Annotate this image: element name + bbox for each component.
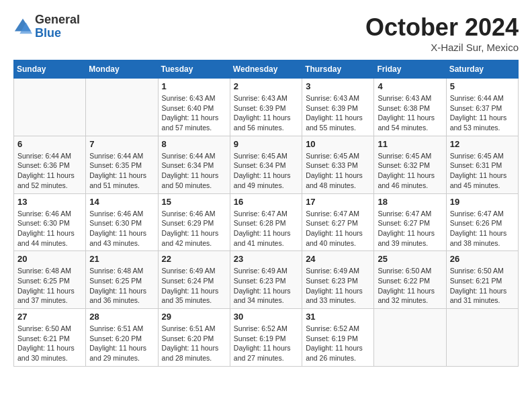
day-number: 9 [234,139,298,149]
calendar-cell: 9Sunrise: 6:45 AMSunset: 6:34 PMDaylight… [230,136,302,193]
location-text: X-Hazil Sur, Mexico [365,42,519,53]
cell-content: Sunrise: 6:45 AMSunset: 6:31 PMDaylight:… [450,151,515,191]
cell-content: Sunrise: 6:44 AMSunset: 6:35 PMDaylight:… [89,151,154,191]
cell-content: Sunrise: 6:49 AMSunset: 6:24 PMDaylight:… [162,266,226,306]
day-number: 7 [89,139,154,149]
day-number: 21 [89,254,154,264]
cell-content: Sunrise: 6:45 AMSunset: 6:32 PMDaylight:… [378,151,442,191]
cell-content: Sunrise: 6:50 AMSunset: 6:21 PMDaylight:… [17,324,82,363]
day-header-friday: Friday [374,60,446,79]
calendar-cell: 20Sunrise: 6:48 AMSunset: 6:25 PMDayligh… [14,251,86,309]
cell-content: Sunrise: 6:49 AMSunset: 6:23 PMDaylight:… [234,266,298,306]
cell-content: Sunrise: 6:51 AMSunset: 6:20 PMDaylight:… [89,324,154,363]
cell-content: Sunrise: 6:44 AMSunset: 6:34 PMDaylight:… [162,151,226,191]
calendar-cell [14,79,86,136]
calendar-cell: 10Sunrise: 6:45 AMSunset: 6:33 PMDayligh… [302,136,374,193]
day-number: 15 [162,197,226,207]
cell-content: Sunrise: 6:51 AMSunset: 6:20 PMDaylight:… [162,324,226,363]
calendar-table: SundayMondayTuesdayWednesdayThursdayFrid… [13,60,519,367]
calendar-cell: 7Sunrise: 6:44 AMSunset: 6:35 PMDaylight… [86,136,158,193]
cell-content: Sunrise: 6:45 AMSunset: 6:34 PMDaylight:… [234,151,298,191]
week-row-4: 20Sunrise: 6:48 AMSunset: 6:25 PMDayligh… [14,251,519,309]
cell-content: Sunrise: 6:47 AMSunset: 6:26 PMDaylight:… [450,209,515,248]
calendar-cell: 2Sunrise: 6:43 AMSunset: 6:39 PMDaylight… [230,79,302,136]
calendar-cell [86,79,158,136]
day-number: 28 [89,312,154,322]
calendar-cell: 24Sunrise: 6:49 AMSunset: 6:23 PMDayligh… [302,251,374,309]
week-row-1: 1Sunrise: 6:43 AMSunset: 6:40 PMDaylight… [14,79,519,136]
calendar-cell: 27Sunrise: 6:50 AMSunset: 6:21 PMDayligh… [14,309,86,367]
calendar-cell: 19Sunrise: 6:47 AMSunset: 6:26 PMDayligh… [446,193,518,251]
calendar-cell: 17Sunrise: 6:47 AMSunset: 6:27 PMDayligh… [302,193,374,251]
day-header-sunday: Sunday [14,60,86,79]
day-number: 6 [17,139,82,149]
logo: General Blue [13,13,80,40]
logo-icon [13,17,32,36]
cell-content: Sunrise: 6:50 AMSunset: 6:21 PMDaylight:… [450,266,515,306]
calendar-header-row: SundayMondayTuesdayWednesdayThursdayFrid… [14,60,519,79]
cell-content: Sunrise: 6:43 AMSunset: 6:39 PMDaylight:… [306,93,370,133]
title-block: October 2024 X-Hazil Sur, Mexico [365,13,519,53]
day-number: 31 [306,312,370,322]
calendar-cell: 16Sunrise: 6:47 AMSunset: 6:28 PMDayligh… [230,193,302,251]
cell-content: Sunrise: 6:49 AMSunset: 6:23 PMDaylight:… [306,266,370,306]
calendar-cell: 13Sunrise: 6:46 AMSunset: 6:30 PMDayligh… [14,193,86,251]
day-header-thursday: Thursday [302,60,374,79]
calendar-cell: 25Sunrise: 6:50 AMSunset: 6:22 PMDayligh… [374,251,446,309]
logo-blue-text: Blue [35,26,61,40]
day-number: 14 [89,197,154,207]
cell-content: Sunrise: 6:46 AMSunset: 6:29 PMDaylight:… [162,209,226,248]
day-number: 16 [234,197,298,207]
calendar-cell: 8Sunrise: 6:44 AMSunset: 6:34 PMDaylight… [158,136,230,193]
calendar-cell: 29Sunrise: 6:51 AMSunset: 6:20 PMDayligh… [158,309,230,367]
day-number: 24 [306,254,370,264]
day-number: 22 [162,254,226,264]
calendar-cell: 26Sunrise: 6:50 AMSunset: 6:21 PMDayligh… [446,251,518,309]
logo-general-text: General [35,13,80,26]
cell-content: Sunrise: 6:48 AMSunset: 6:25 PMDaylight:… [89,266,154,306]
calendar-cell: 31Sunrise: 6:52 AMSunset: 6:19 PMDayligh… [302,309,374,367]
calendar-cell: 11Sunrise: 6:45 AMSunset: 6:32 PMDayligh… [374,136,446,193]
calendar-cell: 21Sunrise: 6:48 AMSunset: 6:25 PMDayligh… [86,251,158,309]
day-number: 20 [17,254,82,264]
cell-content: Sunrise: 6:50 AMSunset: 6:22 PMDaylight:… [378,266,442,306]
week-row-5: 27Sunrise: 6:50 AMSunset: 6:21 PMDayligh… [14,309,519,367]
cell-content: Sunrise: 6:45 AMSunset: 6:33 PMDaylight:… [306,151,370,191]
calendar-cell: 30Sunrise: 6:52 AMSunset: 6:19 PMDayligh… [230,309,302,367]
cell-content: Sunrise: 6:47 AMSunset: 6:27 PMDaylight:… [306,209,370,248]
day-header-saturday: Saturday [446,60,518,79]
month-title: October 2024 [365,13,519,42]
cell-content: Sunrise: 6:44 AMSunset: 6:36 PMDaylight:… [17,151,82,191]
day-number: 19 [450,197,515,207]
calendar-cell: 6Sunrise: 6:44 AMSunset: 6:36 PMDaylight… [14,136,86,193]
calendar-cell: 18Sunrise: 6:47 AMSunset: 6:27 PMDayligh… [374,193,446,251]
day-number: 11 [378,139,442,149]
day-header-monday: Monday [86,60,158,79]
calendar-cell: 1Sunrise: 6:43 AMSunset: 6:40 PMDaylight… [158,79,230,136]
day-number: 13 [17,197,82,207]
cell-content: Sunrise: 6:46 AMSunset: 6:30 PMDaylight:… [17,209,82,248]
calendar-cell: 5Sunrise: 6:44 AMSunset: 6:37 PMDaylight… [446,79,518,136]
day-number: 5 [450,81,515,91]
day-number: 27 [17,312,82,322]
cell-content: Sunrise: 6:47 AMSunset: 6:27 PMDaylight:… [378,209,442,248]
cell-content: Sunrise: 6:43 AMSunset: 6:38 PMDaylight:… [378,93,442,133]
cell-content: Sunrise: 6:43 AMSunset: 6:39 PMDaylight:… [234,93,298,133]
cell-content: Sunrise: 6:43 AMSunset: 6:40 PMDaylight:… [162,93,226,133]
day-header-wednesday: Wednesday [230,60,302,79]
cell-content: Sunrise: 6:47 AMSunset: 6:28 PMDaylight:… [234,209,298,248]
page-header: General Blue October 2024 X-Hazil Sur, M… [13,13,519,53]
day-number: 29 [162,312,226,322]
day-number: 10 [306,139,370,149]
calendar-cell: 3Sunrise: 6:43 AMSunset: 6:39 PMDaylight… [302,79,374,136]
day-number: 8 [162,139,226,149]
day-number: 25 [378,254,442,264]
calendar-cell: 23Sunrise: 6:49 AMSunset: 6:23 PMDayligh… [230,251,302,309]
calendar-cell: 14Sunrise: 6:46 AMSunset: 6:30 PMDayligh… [86,193,158,251]
day-header-tuesday: Tuesday [158,60,230,79]
day-number: 1 [162,81,226,91]
calendar-body: 1Sunrise: 6:43 AMSunset: 6:40 PMDaylight… [14,79,519,367]
day-number: 12 [450,139,515,149]
cell-content: Sunrise: 6:46 AMSunset: 6:30 PMDaylight:… [89,209,154,248]
calendar-cell: 22Sunrise: 6:49 AMSunset: 6:24 PMDayligh… [158,251,230,309]
